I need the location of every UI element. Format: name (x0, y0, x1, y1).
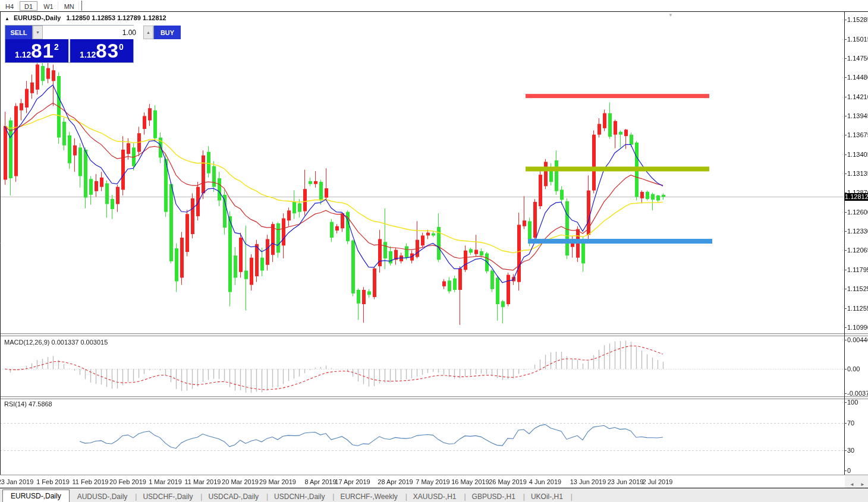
macd-axis-label: 0.00 (847, 365, 860, 372)
timeframe-mn-button[interactable]: MN (59, 1, 79, 11)
price-axis-label: 1.15015 (847, 36, 868, 43)
buy-price-prefix: 1.12 (80, 50, 96, 59)
price-axis-label: 1.14750 (847, 55, 868, 62)
price-axis-label: 1.12065 (847, 247, 868, 254)
tab-audusd-daily[interactable]: AUDUSD-,Daily (70, 491, 136, 502)
chart-ohlc-quotes: 1.12850 1.12853 1.12789 1.12812 (67, 14, 166, 21)
volume-decrease-button[interactable]: ▼ (33, 26, 43, 39)
price-axis-label: 1.10990 (847, 324, 868, 331)
date-axis-label: 23 Jan 2019 (0, 478, 33, 485)
mt4-window: H4 D1 W1 MN ▼ ▲ EURUSD-,Daily 1.12850 1.… (0, 0, 868, 502)
rsi-axis-label: 70 (847, 419, 854, 427)
price-axis-label: 1.13675 (847, 131, 868, 138)
sell-price-big-digits: 81 (31, 41, 54, 61)
price-axis-label: 1.13135 (847, 170, 868, 177)
macd-indicator-label: MACD(12,26,9) 0.001337 0.003015 (4, 339, 108, 346)
tab-gbpusd-h1[interactable]: GBPUSD-,H1 (464, 491, 523, 502)
chart-title: ▲ EURUSD-,Daily 1.12850 1.12853 1.12789 … (5, 14, 166, 21)
price-axis-label: 1.11795 (847, 266, 868, 273)
one-click-trading-widget: SELL ▼ ▲ BUY 1.12 81 2 1.12 83 0 (5, 25, 134, 63)
date-axis-label: 4 Jun 2019 (529, 478, 561, 485)
tab-usdcnh-daily[interactable]: USDCNH-,Daily (266, 491, 332, 502)
volume-input[interactable] (43, 26, 143, 39)
timeframe-d1-button[interactable]: D1 (20, 1, 37, 11)
sell-price-panel[interactable]: 1.12 81 2 (5, 39, 68, 62)
rsi-value: 47.5868 (29, 400, 52, 408)
chart-tabbar: EURUSD-,Daily AUDUSD-,Daily USDCHF-,Dail… (0, 488, 868, 502)
volume-increase-button[interactable]: ▲ (143, 26, 153, 39)
sell-button[interactable]: SELL (5, 26, 32, 39)
sell-price-prefix: 1.12 (15, 50, 31, 59)
buy-button[interactable]: BUY (154, 26, 181, 39)
price-axis-label: 1.12600 (847, 209, 868, 216)
chart-title-marker-icon: ▲ (5, 16, 10, 21)
chart-symbol-label: EURUSD-,Daily (14, 14, 61, 21)
rsi-axis-label: 0 (847, 467, 851, 474)
price-axis-label: 1.14210 (847, 93, 868, 100)
tab-usdcad-daily[interactable]: USDCAD-,Daily (200, 491, 266, 502)
price-axis-label: 1.11525 (847, 285, 868, 292)
date-axis-label: 20 Feb 2019 (109, 478, 146, 485)
tab-usdchf-daily[interactable]: USDCHF-,Daily (135, 491, 200, 502)
buy-price-big-digits: 83 (96, 41, 119, 61)
tab-eurchf-weekly[interactable]: EURCHF-,Weekly (332, 491, 405, 502)
tab-xauusd-h1[interactable]: XAUUSD-,H1 (405, 491, 464, 502)
toolbar-divider (81, 1, 82, 11)
rsi-name: RSI(14) (4, 400, 27, 408)
date-axis-label: 7 May 2019 (416, 478, 449, 485)
price-axis-label: 1.15285 (847, 16, 868, 23)
date-axis-label: 26 May 2019 (489, 478, 527, 485)
date-axis-label: 17 Apr 2019 (335, 478, 370, 485)
date-axis-label: 1 Mar 2019 (149, 478, 182, 485)
date-axis-label: 16 May 2019 (451, 478, 489, 485)
date-axis-label: 20 Mar 2019 (222, 478, 259, 485)
rsi-axis-label: 100 (847, 399, 858, 406)
macd-values: 0.001337 0.003015 (51, 339, 108, 346)
tab-ukoil-h1[interactable]: UKOil-,H1 (523, 491, 571, 502)
tab-eurusd-daily[interactable]: EURUSD-,Daily (2, 490, 70, 502)
buy-price-pip-digit: 0 (119, 42, 124, 52)
price-axis-label: 1.13405 (847, 151, 868, 158)
buy-price-panel[interactable]: 1.12 83 0 (70, 39, 133, 62)
date-axis-label: 28 Apr 2019 (378, 478, 413, 485)
macd-name: MACD(12,26,9) (4, 339, 49, 346)
date-axis-label: 11 Feb 2019 (73, 478, 109, 485)
date-axis-label: 13 Jun 2019 (570, 478, 606, 485)
price-axis-label: 1.13945 (847, 112, 868, 119)
timeframe-toolbar: H4 D1 W1 MN (0, 0, 868, 12)
sell-price-pip-digit: 2 (54, 42, 59, 52)
timeframe-h4-button[interactable]: H4 (1, 1, 18, 11)
rsi-indicator-label: RSI(14) 47.5868 (4, 400, 52, 408)
date-axis-label: 23 Jun 2019 (608, 478, 644, 485)
macd-axis-label: 0.004465 (847, 336, 868, 343)
timeframe-w1-button[interactable]: W1 (39, 1, 58, 11)
panel-collapse-icon[interactable]: ▼ (668, 12, 673, 18)
date-axis-label: 29 Mar 2019 (259, 478, 296, 485)
volume-stepper: ▼ ▲ (32, 26, 154, 39)
price-axis-label: 1.11255 (847, 305, 868, 312)
price-chart-canvas[interactable] (0, 0, 868, 502)
price-axis-label: 1.12330 (847, 228, 868, 235)
price-axis-label: 1.14480 (847, 74, 868, 81)
date-axis-label: 11 Mar 2019 (185, 478, 221, 485)
macd-axis-label: -0.003715 (847, 390, 868, 397)
date-axis-label: 1 Feb 2019 (36, 478, 70, 485)
current-price-tag: 1.12812 (845, 193, 868, 201)
date-axis-label: 8 Apr 2019 (304, 478, 336, 485)
rsi-axis-label: 30 (847, 447, 854, 454)
date-axis-label: 2 Jul 2019 (643, 478, 673, 485)
